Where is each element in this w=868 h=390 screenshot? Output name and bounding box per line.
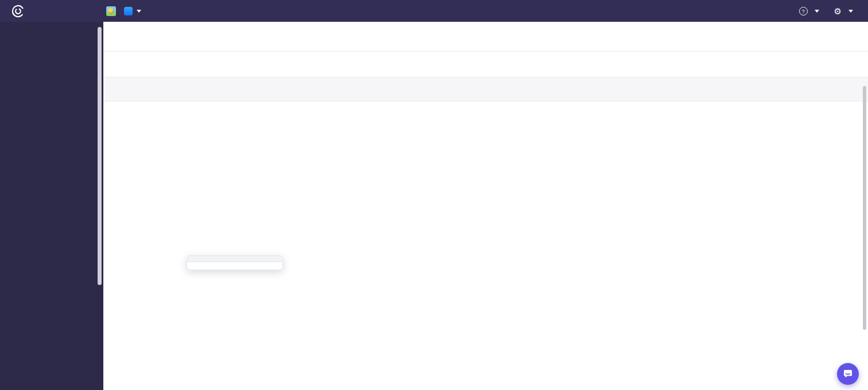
- chevron-down-icon: [848, 10, 853, 13]
- chat-button[interactable]: [837, 363, 859, 385]
- selected-app-icon: [106, 6, 116, 16]
- help-menu[interactable]: ?: [799, 7, 819, 15]
- chevron-down-icon: [137, 10, 141, 13]
- settings-menu[interactable]: ⚙: [834, 7, 853, 15]
- main-content: [103, 22, 868, 390]
- tab-bar: [103, 52, 868, 77]
- chat-icon: [842, 368, 854, 380]
- sidebar-scrollbar[interactable]: [98, 27, 102, 285]
- help-icon: ?: [799, 7, 808, 15]
- topbar: ? ⚙: [0, 0, 868, 22]
- sidebar-nav: [0, 22, 103, 29]
- update-history-chart: [103, 102, 868, 390]
- app-radar-window: ? ⚙: [0, 0, 868, 390]
- app-selector-dropdown[interactable]: [106, 6, 141, 16]
- radar-logo-icon: [11, 5, 25, 18]
- update-tooltip: [187, 255, 283, 270]
- page-header: [103, 22, 868, 52]
- gear-icon: ⚙: [834, 7, 842, 15]
- chevron-down-icon: [815, 10, 819, 13]
- filter-bar: [103, 77, 868, 102]
- app-store-icon: [124, 7, 133, 15]
- tooltip-version-title: [187, 256, 282, 262]
- app-radar-logo[interactable]: [0, 5, 95, 18]
- page-scrollbar[interactable]: [863, 86, 866, 330]
- sidebar: [0, 22, 103, 390]
